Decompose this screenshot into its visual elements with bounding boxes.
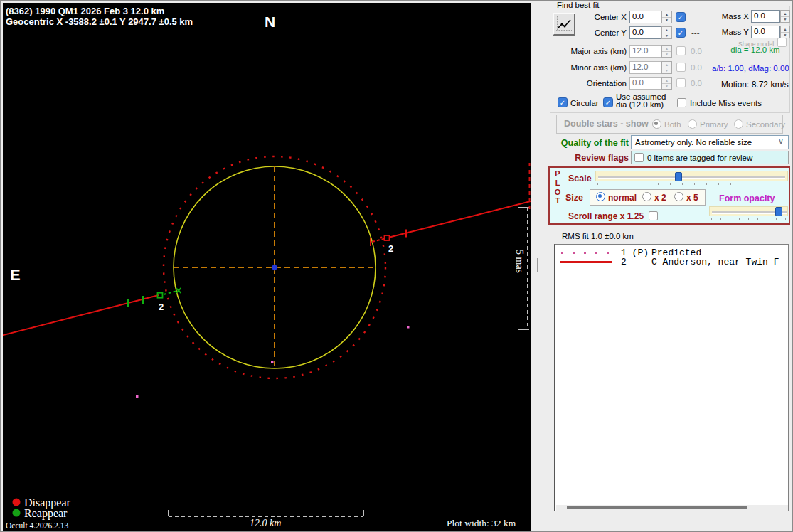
review-flags-checkbox[interactable] bbox=[634, 153, 644, 162]
circular-checkbox[interactable]: ✓ bbox=[558, 97, 568, 107]
size-label: Size bbox=[565, 193, 583, 203]
spin-down-icon[interactable]: ▼ bbox=[662, 84, 671, 90]
spin-down-icon[interactable]: ▼ bbox=[781, 33, 789, 38]
major-axis-spinner[interactable]: ▲ ▼ bbox=[661, 45, 672, 58]
scale-slider[interactable] bbox=[595, 171, 788, 181]
minor-axis-input[interactable]: 12.0 bbox=[629, 61, 661, 74]
reappear-uncertainty-dash bbox=[164, 291, 177, 294]
plot-title-line1: (8362) 1990 QM1 2026 Feb 3 12.0 km bbox=[6, 6, 164, 16]
scale-slider-thumb[interactable] bbox=[675, 172, 682, 181]
circular-label: Circular bbox=[570, 99, 599, 107]
mass-y-spinner[interactable]: ▲ ▼ bbox=[780, 26, 790, 38]
plot-panel-letters: P L O T bbox=[553, 169, 563, 206]
form-opacity-slider-ticks bbox=[711, 218, 786, 220]
mass-x-input[interactable]: 0.0 bbox=[751, 10, 780, 23]
chord-label-right: 2 bbox=[388, 243, 393, 254]
spin-down-icon[interactable]: ▼ bbox=[662, 52, 671, 58]
include-miss-checkbox[interactable] bbox=[677, 98, 686, 107]
reappear-legend-label: Reappear bbox=[24, 507, 68, 520]
plot-width-label: Plot width: 32 km bbox=[447, 518, 516, 528]
mass-y-input[interactable]: 0.0 bbox=[751, 26, 780, 38]
minor-axis-checkbox[interactable] bbox=[676, 63, 686, 72]
orientation-input[interactable]: 0.0 bbox=[629, 77, 661, 90]
mass-y-label: Mass Y bbox=[710, 28, 749, 36]
list-hscrollbar-thumb[interactable] bbox=[567, 506, 747, 509]
quality-of-fit-dropdown[interactable]: Astrometry only. No reliable size ∨ bbox=[631, 135, 789, 149]
north-label: N bbox=[265, 14, 275, 30]
orientation-spinner[interactable]: ▲ ▼ bbox=[661, 77, 672, 90]
rms-fit-label: RMS fit 1.0 ±0.0 km bbox=[562, 232, 634, 240]
minor-axis-label: Minor axis (km) bbox=[554, 63, 627, 72]
size-normal-radio[interactable] bbox=[596, 192, 605, 201]
form-opacity-slider-thumb[interactable] bbox=[775, 207, 782, 216]
plot-title-line2: Geocentric X -3588.2 ±0.1 Y 2947.7 ±0.5 … bbox=[6, 16, 193, 27]
size-x5-label: x 5 bbox=[686, 193, 698, 203]
center-x-linked-label: --- bbox=[691, 13, 700, 21]
review-flags-text: 0 items are tagged for review bbox=[647, 154, 752, 162]
chord-line-sample bbox=[560, 261, 612, 263]
scroll-range-label: Scroll range x 1.25 bbox=[568, 211, 644, 221]
spin-down-icon[interactable]: ▼ bbox=[662, 18, 671, 23]
double-stars-primary-label: Primary bbox=[700, 120, 728, 129]
spin-down-icon[interactable]: ▼ bbox=[781, 17, 789, 23]
center-x-input[interactable]: 0.0 bbox=[629, 11, 661, 23]
use-assumed-checkbox[interactable]: ✓ bbox=[603, 97, 613, 107]
double-stars-both-label: Both bbox=[664, 120, 681, 129]
reappear-legend-icon bbox=[13, 509, 21, 517]
center-y-lock-checkbox[interactable]: ✓ bbox=[676, 28, 686, 38]
splitter-handle[interactable] bbox=[537, 258, 538, 272]
center-x-lock-checkbox[interactable]: ✓ bbox=[676, 12, 686, 22]
star-dot bbox=[271, 361, 274, 363]
major-axis-label: Major axis (km) bbox=[554, 47, 627, 55]
orientation-checkbox[interactable] bbox=[676, 78, 686, 87]
check-icon: ✓ bbox=[678, 29, 683, 37]
double-stars-secondary-radio[interactable] bbox=[734, 119, 743, 129]
spin-down-icon[interactable]: ▼ bbox=[662, 33, 671, 39]
disappear-marker bbox=[385, 235, 390, 240]
spin-up-icon[interactable]: ▲ bbox=[662, 27, 671, 33]
mass-x-label: Mass X bbox=[710, 12, 749, 21]
major-axis-checkbox[interactable] bbox=[676, 46, 686, 55]
vertical-scale-label: 5 mas bbox=[514, 250, 525, 273]
spin-up-icon[interactable]: ▲ bbox=[662, 62, 671, 68]
spin-up-icon[interactable]: ▲ bbox=[781, 11, 789, 17]
occultation-plot[interactable]: 2 2 5 mas 12.0 km (8362) 1990 Q bbox=[3, 3, 531, 531]
center-y-input[interactable]: 0.0 bbox=[629, 26, 661, 39]
orientation-aux: 0.0 bbox=[691, 79, 702, 87]
spin-down-icon[interactable]: ▼ bbox=[662, 68, 671, 74]
find-best-fit-caption: Find best fit bbox=[555, 1, 601, 9]
review-flags-label: Review flags bbox=[564, 153, 629, 163]
spin-up-icon[interactable]: ▲ bbox=[781, 26, 789, 33]
east-label: E bbox=[10, 266, 21, 284]
double-stars-primary-radio[interactable] bbox=[688, 119, 697, 129]
double-stars-secondary-label: Secondary bbox=[746, 120, 785, 129]
size-x2-radio[interactable] bbox=[642, 192, 651, 201]
check-icon: ✓ bbox=[560, 99, 565, 107]
minor-axis-aux: 0.0 bbox=[691, 63, 702, 72]
chord-line-left bbox=[3, 295, 159, 336]
scale-label: Scale bbox=[568, 174, 592, 183]
occult-window: 2 2 5 mas 12.0 km (8362) 1990 Q bbox=[0, 0, 793, 532]
dia-value: dia = 12.0 km bbox=[720, 46, 790, 54]
double-stars-both-radio[interactable] bbox=[652, 119, 661, 129]
scale-slider-ticks bbox=[597, 183, 786, 185]
minor-axis-spinner[interactable]: ▲ ▼ bbox=[661, 61, 672, 74]
spin-up-icon[interactable]: ▲ bbox=[662, 78, 671, 84]
scroll-range-checkbox[interactable] bbox=[649, 211, 658, 220]
size-x2-label: x 2 bbox=[654, 193, 666, 203]
center-y-spinner[interactable]: ▲ ▼ bbox=[661, 26, 672, 39]
list-hscrollbar[interactable] bbox=[556, 505, 788, 511]
form-opacity-slider[interactable] bbox=[709, 206, 788, 216]
size-x5-radio[interactable] bbox=[674, 192, 683, 201]
star-dot bbox=[407, 326, 410, 329]
center-y-linked-label: --- bbox=[691, 28, 700, 37]
size-normal-label: normal bbox=[608, 193, 637, 203]
mass-x-spinner[interactable]: ▲ ▼ bbox=[780, 10, 790, 23]
center-x-spinner[interactable]: ▲ ▼ bbox=[661, 11, 672, 23]
center-y-label: Center Y bbox=[570, 28, 627, 37]
major-axis-input[interactable]: 12.0 bbox=[629, 45, 661, 58]
spin-up-icon[interactable]: ▲ bbox=[662, 11, 671, 18]
observation-list[interactable]: 1 (P) Predicted 2 C Anderson, near Twin … bbox=[554, 244, 789, 511]
form-opacity-label: Form opacity bbox=[719, 193, 775, 203]
spin-up-icon[interactable]: ▲ bbox=[662, 46, 671, 52]
